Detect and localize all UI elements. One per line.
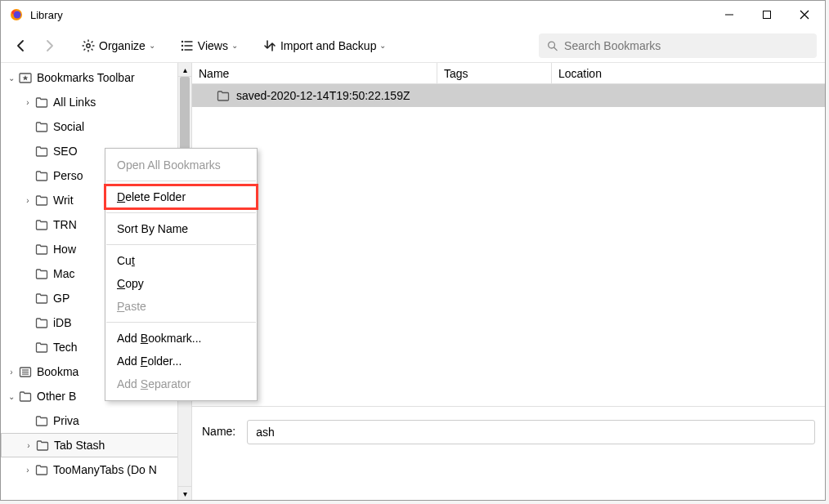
folder-icon (35, 316, 48, 329)
forward-button[interactable] (37, 35, 61, 56)
column-header-location[interactable]: Location (552, 63, 825, 83)
chevron-down-icon: ⌄ (149, 41, 155, 50)
svg-line-11 (84, 41, 86, 42)
sidebar-item-tab-stash[interactable]: ›Tab Stash (1, 433, 178, 457)
folder-icon (19, 365, 32, 378)
svg-line-13 (84, 48, 86, 50)
menu-separator (106, 322, 256, 323)
sidebar-item-social[interactable]: ·Social (1, 114, 178, 139)
back-button[interactable] (9, 35, 34, 56)
menu-item-cut[interactable]: Cut (105, 249, 257, 272)
twisty-icon[interactable]: ⌄ (6, 392, 17, 401)
svg-line-12 (92, 48, 93, 50)
folder-icon (217, 89, 230, 102)
scroll-up-button[interactable]: ▴ (177, 63, 191, 77)
folder-icon (35, 463, 48, 476)
close-button[interactable] (786, 2, 823, 27)
search-icon (547, 40, 558, 51)
folder-icon (35, 169, 48, 182)
sidebar-item-toomanytabs-do-n[interactable]: ›TooManyTabs (Do N (1, 457, 178, 482)
import-backup-menu[interactable]: Import and Backup ⌄ (258, 35, 392, 56)
twisty-icon[interactable]: › (6, 368, 17, 377)
sidebar-item-label: SEO (53, 145, 78, 158)
folder-icon (35, 120, 48, 133)
sidebar-item-label: Tech (53, 341, 78, 354)
folder-icon (19, 71, 32, 84)
column-header-name[interactable]: Name (192, 63, 437, 83)
column-headers: Name Tags Location (192, 63, 825, 84)
table-row[interactable]: saved-2020-12-14T19:50:22.159Z (192, 84, 825, 107)
menu-item-add-folder[interactable]: Add Folder... (105, 350, 257, 372)
menu-item-add-bookmark[interactable]: Add Bookmark... (105, 327, 257, 350)
folder-icon (36, 439, 49, 452)
maximize-button[interactable] (748, 2, 786, 27)
import-backup-label: Import and Backup (280, 39, 377, 52)
twisty-icon[interactable]: › (23, 441, 34, 450)
svg-point-19 (181, 49, 182, 50)
views-menu[interactable]: Views ⌄ (175, 35, 243, 56)
sidebar-item-bookmarks-toolbar[interactable]: ⌄Bookmarks Toolbar (1, 65, 178, 90)
svg-point-1 (14, 11, 21, 19)
menu-item-label: Paste (117, 300, 146, 313)
sidebar-item-label: iDB (53, 316, 72, 329)
views-label: Views (198, 39, 228, 52)
folder-icon (35, 145, 48, 158)
svg-point-15 (181, 41, 182, 42)
sidebar-item-label: All Links (53, 96, 96, 109)
svg-point-17 (181, 45, 182, 46)
details-pane: Name: (192, 406, 825, 500)
menu-item-sort-by-name[interactable]: Sort By Name (105, 217, 257, 240)
folder-icon (35, 292, 48, 305)
sidebar-item-label: How (53, 243, 76, 256)
organize-label: Organize (99, 39, 146, 52)
sidebar-item-label: TooManyTabs (Do N (53, 463, 157, 476)
search-box[interactable] (539, 33, 817, 58)
list-icon (180, 38, 195, 53)
menu-separator (106, 181, 256, 181)
folder-icon (35, 341, 48, 354)
sidebar-item-all-links[interactable]: ›All Links (1, 90, 178, 114)
chevron-down-icon: ⌄ (379, 41, 386, 50)
sidebar-item-label: GP (53, 292, 69, 305)
column-header-tags[interactable]: Tags (437, 63, 552, 83)
sidebar-item-label: Priva (53, 414, 79, 427)
window-title: Library (30, 9, 710, 21)
menu-item-label: Add Folder... (117, 355, 181, 368)
menu-item-label: Cut (117, 254, 135, 267)
menu-separator (106, 244, 256, 245)
twisty-icon[interactable]: › (22, 466, 34, 475)
folder-icon (35, 243, 48, 256)
minimize-button[interactable] (710, 2, 748, 27)
twisty-icon[interactable]: ⌄ (6, 74, 17, 83)
folder-icon (35, 267, 48, 280)
svg-line-14 (92, 41, 93, 42)
menu-item-label: Add Separator (117, 377, 190, 390)
titlebar: Library (1, 1, 825, 29)
sidebar-item-label: Perso (53, 169, 83, 182)
menu-item-label: Delete Folder (117, 190, 186, 203)
chevron-down-icon: ⌄ (231, 41, 238, 50)
sidebar-item-label: Bookma (37, 365, 78, 378)
firefox-icon (9, 7, 24, 22)
svg-line-22 (554, 47, 558, 51)
organize-menu[interactable]: Organize ⌄ (76, 35, 160, 56)
menu-item-delete-folder[interactable]: Delete Folder (105, 185, 257, 208)
sidebar-item-label: Other B (37, 390, 76, 403)
details-name-input[interactable] (247, 420, 815, 444)
folder-icon (35, 194, 48, 207)
menu-item-label: Open All Bookmarks (117, 158, 221, 172)
folder-icon (35, 96, 48, 109)
sidebar-item-label: Tab Stash (54, 439, 105, 452)
scroll-down-button[interactable]: ▾ (177, 486, 191, 500)
twisty-icon[interactable]: › (22, 98, 34, 107)
twisty-icon[interactable]: › (22, 196, 34, 205)
rows-container: saved-2020-12-14T19:50:22.159Z (192, 84, 825, 406)
folder-icon (35, 414, 48, 427)
menu-item-label: Sort By Name (117, 222, 188, 235)
svg-point-6 (87, 43, 90, 47)
sidebar-item-label: Bookmarks Toolbar (37, 71, 135, 84)
menu-item-copy[interactable]: Copy (105, 272, 257, 295)
menu-item-label: Copy (117, 277, 144, 290)
search-input[interactable] (564, 39, 809, 52)
sidebar-item-priva[interactable]: ·Priva (1, 408, 178, 433)
